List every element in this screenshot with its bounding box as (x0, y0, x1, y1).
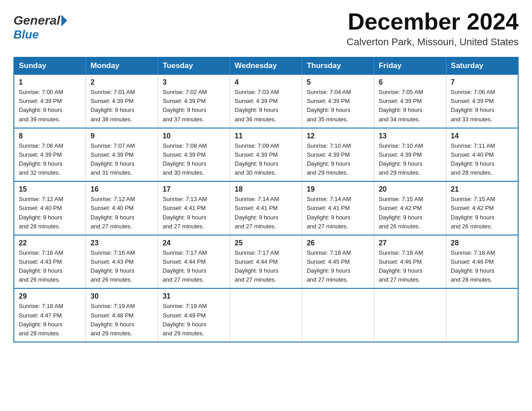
day-info: Sunrise: 7:02 AM Sunset: 4:39 PM Dayligh… (163, 88, 225, 124)
day-number: 14 (451, 132, 513, 140)
col-thursday: Thursday (302, 57, 374, 74)
day-cell-6: 6 Sunrise: 7:05 AM Sunset: 4:39 PM Dayli… (374, 74, 446, 128)
day-info: Sunrise: 7:15 AM Sunset: 4:42 PM Dayligh… (451, 195, 513, 231)
logo-blue-text: Blue (13, 28, 67, 42)
day-cell-7: 7 Sunrise: 7:06 AM Sunset: 4:39 PM Dayli… (446, 74, 518, 128)
day-cell-22: 22 Sunrise: 7:16 AM Sunset: 4:43 PM Dayl… (14, 235, 86, 289)
calendar-week-row-4: 22 Sunrise: 7:16 AM Sunset: 4:43 PM Dayl… (14, 235, 518, 289)
month-title: December 2024 (347, 9, 519, 34)
day-info: Sunrise: 7:19 AM Sunset: 4:49 PM Dayligh… (163, 302, 225, 338)
day-info: Sunrise: 7:12 AM Sunset: 4:40 PM Dayligh… (90, 195, 153, 231)
day-number: 9 (90, 132, 153, 140)
day-number: 18 (235, 185, 297, 193)
day-cell-9: 9 Sunrise: 7:07 AM Sunset: 4:39 PM Dayli… (86, 128, 158, 182)
day-number: 5 (307, 78, 369, 86)
day-cell-12: 12 Sunrise: 7:10 AM Sunset: 4:39 PM Dayl… (302, 128, 374, 182)
day-info: Sunrise: 7:14 AM Sunset: 4:41 PM Dayligh… (235, 195, 297, 231)
day-info: Sunrise: 7:19 AM Sunset: 4:48 PM Dayligh… (90, 302, 153, 338)
day-info: Sunrise: 7:10 AM Sunset: 4:39 PM Dayligh… (379, 141, 442, 178)
day-cell-26: 26 Sunrise: 7:18 AM Sunset: 4:45 PM Dayl… (302, 235, 374, 289)
calendar-week-row-2: 8 Sunrise: 7:06 AM Sunset: 4:39 PM Dayli… (14, 128, 518, 182)
day-cell-3: 3 Sunrise: 7:02 AM Sunset: 4:39 PM Dayli… (158, 74, 230, 128)
day-number: 19 (307, 185, 369, 193)
day-number: 6 (379, 78, 442, 86)
day-cell-10: 10 Sunrise: 7:08 AM Sunset: 4:39 PM Dayl… (158, 128, 230, 182)
day-number: 13 (379, 132, 442, 140)
day-number: 25 (235, 239, 297, 247)
day-cell-24: 24 Sunrise: 7:17 AM Sunset: 4:44 PM Dayl… (158, 235, 230, 289)
day-info: Sunrise: 7:17 AM Sunset: 4:44 PM Dayligh… (163, 248, 225, 285)
day-info: Sunrise: 7:18 AM Sunset: 4:46 PM Dayligh… (451, 248, 513, 285)
day-cell-28: 28 Sunrise: 7:18 AM Sunset: 4:46 PM Dayl… (446, 235, 518, 289)
calendar-week-row-5: 29 Sunrise: 7:18 AM Sunset: 4:47 PM Dayl… (14, 288, 518, 342)
day-info: Sunrise: 7:03 AM Sunset: 4:39 PM Dayligh… (235, 88, 297, 124)
day-cell-30: 30 Sunrise: 7:19 AM Sunset: 4:48 PM Dayl… (86, 288, 158, 342)
day-number: 17 (163, 185, 225, 193)
day-cell-1: 1 Sunrise: 7:00 AM Sunset: 4:39 PM Dayli… (14, 74, 86, 128)
empty-cell (302, 288, 374, 342)
day-cell-21: 21 Sunrise: 7:15 AM Sunset: 4:42 PM Dayl… (446, 181, 518, 235)
day-number: 27 (379, 239, 442, 247)
day-cell-15: 15 Sunrise: 7:12 AM Sunset: 4:40 PM Dayl… (14, 181, 86, 235)
day-info: Sunrise: 7:09 AM Sunset: 4:39 PM Dayligh… (235, 141, 297, 178)
col-monday: Monday (86, 57, 158, 74)
day-cell-27: 27 Sunrise: 7:18 AM Sunset: 4:46 PM Dayl… (374, 235, 446, 289)
day-cell-18: 18 Sunrise: 7:14 AM Sunset: 4:41 PM Dayl… (230, 181, 302, 235)
day-number: 1 (19, 78, 81, 86)
day-number: 24 (163, 239, 225, 247)
day-info: Sunrise: 7:18 AM Sunset: 4:47 PM Dayligh… (19, 302, 81, 338)
day-info: Sunrise: 7:17 AM Sunset: 4:44 PM Dayligh… (235, 248, 297, 285)
day-info: Sunrise: 7:13 AM Sunset: 4:41 PM Dayligh… (163, 195, 225, 231)
day-cell-16: 16 Sunrise: 7:12 AM Sunset: 4:40 PM Dayl… (86, 181, 158, 235)
day-number: 7 (451, 78, 513, 86)
day-info: Sunrise: 7:10 AM Sunset: 4:39 PM Dayligh… (307, 141, 369, 178)
calendar-table: Sunday Monday Tuesday Wednesday Thursday… (13, 57, 519, 342)
day-cell-17: 17 Sunrise: 7:13 AM Sunset: 4:41 PM Dayl… (158, 181, 230, 235)
col-friday: Friday (374, 57, 446, 74)
day-cell-8: 8 Sunrise: 7:06 AM Sunset: 4:39 PM Dayli… (14, 128, 86, 182)
day-number: 29 (19, 292, 81, 300)
day-number: 28 (451, 239, 513, 247)
calendar-week-row-3: 15 Sunrise: 7:12 AM Sunset: 4:40 PM Dayl… (14, 181, 518, 235)
day-number: 15 (19, 185, 81, 193)
empty-cell (374, 288, 446, 342)
day-number: 4 (235, 78, 297, 86)
day-number: 21 (451, 185, 513, 193)
day-info: Sunrise: 7:08 AM Sunset: 4:39 PM Dayligh… (163, 141, 225, 178)
day-number: 3 (163, 78, 225, 86)
day-info: Sunrise: 7:00 AM Sunset: 4:39 PM Dayligh… (19, 88, 81, 124)
day-info: Sunrise: 7:11 AM Sunset: 4:40 PM Dayligh… (451, 141, 513, 178)
day-number: 30 (90, 292, 153, 300)
day-info: Sunrise: 7:06 AM Sunset: 4:39 PM Dayligh… (451, 88, 513, 124)
day-info: Sunrise: 7:14 AM Sunset: 4:41 PM Dayligh… (307, 195, 369, 231)
col-tuesday: Tuesday (158, 57, 230, 74)
logo: General Blue (13, 13, 67, 42)
day-info: Sunrise: 7:16 AM Sunset: 4:43 PM Dayligh… (19, 248, 81, 285)
day-number: 8 (19, 132, 81, 140)
col-saturday: Saturday (446, 57, 518, 74)
page-header: General Blue December 2024 Calverton Par… (13, 9, 519, 48)
day-cell-4: 4 Sunrise: 7:03 AM Sunset: 4:39 PM Dayli… (230, 74, 302, 128)
day-number: 11 (235, 132, 297, 140)
day-info: Sunrise: 7:06 AM Sunset: 4:39 PM Dayligh… (19, 141, 81, 178)
day-cell-31: 31 Sunrise: 7:19 AM Sunset: 4:49 PM Dayl… (158, 288, 230, 342)
day-cell-5: 5 Sunrise: 7:04 AM Sunset: 4:39 PM Dayli… (302, 74, 374, 128)
day-cell-19: 19 Sunrise: 7:14 AM Sunset: 4:41 PM Dayl… (302, 181, 374, 235)
day-info: Sunrise: 7:07 AM Sunset: 4:39 PM Dayligh… (90, 141, 153, 178)
day-number: 10 (163, 132, 225, 140)
day-cell-25: 25 Sunrise: 7:17 AM Sunset: 4:44 PM Dayl… (230, 235, 302, 289)
empty-cell (446, 288, 518, 342)
day-number: 31 (163, 292, 225, 300)
day-cell-23: 23 Sunrise: 7:16 AM Sunset: 4:43 PM Dayl… (86, 235, 158, 289)
day-cell-2: 2 Sunrise: 7:01 AM Sunset: 4:39 PM Dayli… (86, 74, 158, 128)
day-info: Sunrise: 7:15 AM Sunset: 4:42 PM Dayligh… (379, 195, 442, 231)
day-number: 20 (379, 185, 442, 193)
title-area: December 2024 Calverton Park, Missouri, … (347, 9, 519, 48)
day-info: Sunrise: 7:01 AM Sunset: 4:39 PM Dayligh… (90, 88, 153, 124)
day-info: Sunrise: 7:16 AM Sunset: 4:43 PM Dayligh… (90, 248, 153, 285)
day-number: 12 (307, 132, 369, 140)
calendar-week-row-1: 1 Sunrise: 7:00 AM Sunset: 4:39 PM Dayli… (14, 74, 518, 128)
day-number: 23 (90, 239, 153, 247)
day-number: 2 (90, 78, 153, 86)
day-cell-11: 11 Sunrise: 7:09 AM Sunset: 4:39 PM Dayl… (230, 128, 302, 182)
